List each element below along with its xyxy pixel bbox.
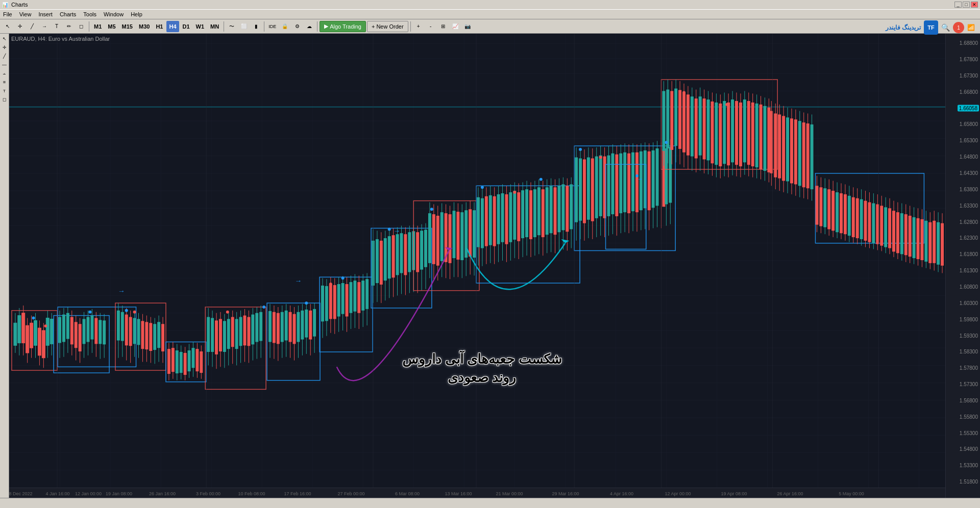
- svg-point-524: [44, 324, 47, 327]
- annotation-line2: روند صعودی: [402, 368, 562, 387]
- menu-insert[interactable]: Insert: [38, 11, 53, 17]
- line-chart-btn[interactable]: 〜: [226, 21, 237, 32]
- tf-m5[interactable]: M5: [105, 21, 118, 32]
- app-icon: 📊: [2, 2, 8, 8]
- svg-rect-290: [513, 191, 516, 240]
- svg-rect-429: [778, 114, 781, 178]
- logo-text: تریدینگ فایندر: [886, 24, 921, 31]
- svg-rect-174: [281, 312, 284, 342]
- lt-text[interactable]: T: [1, 87, 9, 95]
- svg-rect-480: [880, 206, 883, 245]
- close-button[interactable]: ✕: [971, 2, 978, 8]
- menu-help[interactable]: Help: [131, 11, 142, 17]
- lt-cross[interactable]: ✛: [1, 43, 9, 52]
- sep2: [224, 21, 224, 32]
- grid-btn[interactable]: ⊞: [437, 21, 449, 32]
- lt-arrow[interactable]: ↖: [1, 35, 9, 43]
- price-1.613: 1.61300: [960, 268, 978, 273]
- minimize-button[interactable]: _: [954, 2, 962, 8]
- algo-trading-btn[interactable]: ▶ Algo Trading: [320, 21, 366, 32]
- svg-rect-484: [888, 208, 891, 248]
- svg-rect-498: [917, 218, 920, 259]
- svg-rect-462: [844, 194, 847, 234]
- time-apr26: 26 Apr 16:00: [777, 491, 803, 496]
- notification-icon[interactable]: 1: [953, 22, 964, 33]
- menu-tools[interactable]: Tools: [83, 11, 96, 17]
- tf-h1[interactable]: H1: [153, 21, 165, 32]
- svg-rect-488: [896, 212, 899, 253]
- menu-charts[interactable]: Charts: [60, 11, 76, 17]
- svg-point-527: [329, 283, 332, 286]
- ide-btn[interactable]: IDE: [266, 21, 278, 32]
- line-tool[interactable]: ╱: [27, 21, 38, 32]
- settings-btn[interactable]: ⚙: [291, 21, 303, 32]
- zoom-out-btn[interactable]: -: [425, 21, 436, 32]
- tf-m1[interactable]: M1: [91, 21, 104, 32]
- svg-rect-97: [121, 312, 124, 341]
- cloud-btn[interactable]: ☁: [304, 21, 315, 32]
- lt-channel[interactable]: ⫠: [1, 69, 9, 78]
- tf-d1[interactable]: D1: [180, 21, 192, 32]
- new-order-btn[interactable]: + New Order: [367, 21, 408, 32]
- search-icon-toolbar[interactable]: 🔍: [941, 23, 950, 32]
- svg-rect-365: [665, 148, 668, 205]
- svg-rect-284: [501, 193, 504, 242]
- svg-rect-292: [517, 192, 520, 241]
- shapes-tool[interactable]: ◻: [76, 21, 87, 32]
- tf-h4[interactable]: H4: [166, 21, 179, 32]
- svg-rect-388: [699, 96, 702, 155]
- window-controls[interactable]: _ □ ✕: [954, 2, 978, 8]
- crosshair-tool[interactable]: ✛: [14, 21, 26, 32]
- svg-rect-242: [420, 231, 423, 269]
- svg-rect-443: [806, 123, 810, 188]
- svg-rect-476: [872, 204, 875, 243]
- svg-rect-282: [497, 194, 500, 244]
- svg-point-517: [388, 227, 391, 231]
- tf-w1[interactable]: W1: [193, 21, 207, 32]
- time-dec28: 28 Dec 2022: [9, 491, 33, 496]
- svg-rect-101: [129, 317, 132, 346]
- lock-btn[interactable]: 🔒: [279, 21, 290, 32]
- screenshot-btn[interactable]: 📷: [462, 21, 473, 32]
- lt-shapes[interactable]: ◻: [1, 95, 9, 104]
- bar-chart-btn[interactable]: ⬜: [238, 21, 250, 32]
- svg-rect-272: [477, 197, 480, 247]
- svg-rect-367: [669, 147, 672, 203]
- svg-rect-139: [207, 317, 210, 352]
- indicators-btn[interactable]: 📈: [450, 21, 461, 32]
- text-tool[interactable]: T: [51, 21, 62, 32]
- svg-rect-490: [900, 213, 903, 254]
- svg-point-514: [262, 306, 265, 309]
- time-may5: 5 May 00:00: [839, 491, 864, 496]
- menu-file[interactable]: File: [3, 11, 12, 17]
- tf-m15[interactable]: M15: [119, 21, 135, 32]
- svg-rect-161: [251, 315, 254, 345]
- menu-view[interactable]: View: [19, 11, 32, 17]
- tf-m30[interactable]: M30: [136, 21, 152, 32]
- svg-rect-427: [774, 113, 777, 177]
- cursor-tool[interactable]: ↖: [2, 21, 13, 32]
- svg-rect-329: [591, 159, 594, 221]
- maximize-button[interactable]: □: [963, 2, 970, 8]
- svg-rect-452: [823, 188, 826, 227]
- svg-rect-149: [227, 319, 230, 349]
- svg-rect-412: [747, 101, 750, 165]
- menu-window[interactable]: Window: [104, 11, 124, 17]
- candle-chart-btn[interactable]: ▮: [251, 21, 262, 32]
- arrow-tool[interactable]: →: [39, 21, 50, 32]
- svg-rect-504: [928, 222, 932, 263]
- lt-fib[interactable]: ≡: [1, 78, 9, 86]
- tf-mn[interactable]: MN: [208, 21, 222, 32]
- lt-hline[interactable]: ―: [1, 61, 9, 69]
- svg-rect-165: [259, 312, 262, 341]
- lt-line[interactable]: ╱: [1, 52, 9, 60]
- svg-rect-321: [575, 158, 578, 222]
- svg-rect-69: [58, 317, 61, 343]
- svg-rect-310: [554, 187, 557, 235]
- drawing-tool[interactable]: ✏: [63, 21, 75, 32]
- svg-rect-390: [703, 98, 706, 159]
- svg-rect-274: [481, 198, 484, 248]
- zoom-in-btn[interactable]: +: [413, 21, 424, 32]
- svg-rect-141: [211, 318, 214, 352]
- price-1.618: 1.61800: [960, 251, 978, 257]
